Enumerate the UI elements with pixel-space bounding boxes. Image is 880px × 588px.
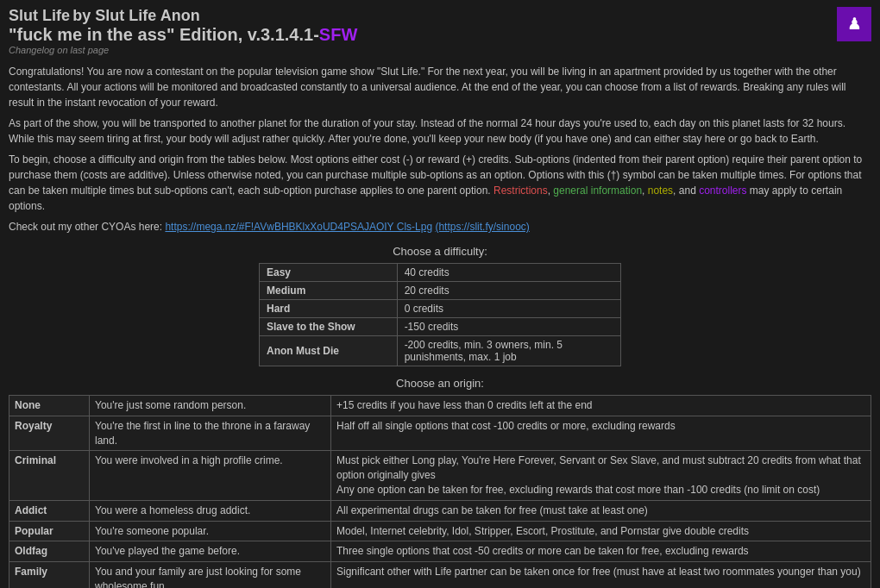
difficulty-label: Slave to the Show (260, 318, 398, 336)
app-container: Slut Life by Slut Life Anon "fuck me in … (9, 7, 871, 588)
origin-effect: Model, Internet celebrity, Idol, Strippe… (331, 521, 871, 541)
difficulty-table: Easy40 creditsMedium20 creditsHard0 cred… (259, 263, 621, 366)
origin-title: Choose an origin: (9, 377, 871, 390)
difficulty-row: Easy40 credits (260, 264, 621, 282)
difficulty-value: -150 credits (397, 318, 620, 336)
difficulty-label: Hard (260, 300, 398, 318)
check-text-line: Check out my other CYOAs here: https://m… (9, 219, 871, 235)
difficulty-row: Medium20 credits (260, 282, 621, 300)
difficulty-value: -200 credits, min. 3 owners, min. 5 puni… (397, 336, 620, 366)
intro-text: Congratulations! You are now a contestan… (9, 64, 871, 235)
app-title-text: Slut Life (9, 7, 70, 24)
intro-para3-mid2: , (642, 185, 648, 197)
origin-row: NoneYou're just some random person.+15 c… (9, 396, 871, 416)
edition-title: "fuck me in the ass" Edition, v.3.1.4.1-… (9, 25, 357, 45)
origin-desc: You're just some random person. (90, 396, 331, 416)
origin-effect: Three single options that cost -50 credi… (331, 541, 871, 562)
origin-label: Royalty (9, 416, 90, 451)
origin-row: AddictYou were a homeless drug addict.Al… (9, 500, 871, 521)
origin-effect: Significant other with Life partner can … (331, 562, 871, 588)
check-link1[interactable]: https://mega.nz/#F!AVwBHBKlxXoUD4PSAJAOI… (165, 221, 432, 233)
origin-desc: You're the first in line to the throne i… (90, 416, 331, 451)
changelog-text: Changelog on last page (9, 45, 357, 55)
origin-desc: You've played the game before. (90, 541, 331, 562)
origin-row: RoyaltyYou're the first in line to the t… (9, 416, 871, 451)
origin-row: OldfagYou've played the game before.Thre… (9, 541, 871, 562)
app-title: Slut Life by Slut Life Anon (9, 7, 357, 25)
notes-label: notes (648, 185, 673, 197)
origin-row: FamilyYou and your family are just looki… (9, 562, 871, 588)
origin-row: CriminalYou were involved in a high prof… (9, 451, 871, 500)
origin-label: Criminal (9, 451, 90, 500)
check-link2[interactable]: (https://slit.fy/sinooc) (435, 221, 529, 233)
origin-table: NoneYou're just some random person.+15 c… (9, 395, 871, 588)
difficulty-label: Medium (260, 282, 398, 300)
difficulty-label: Easy (260, 264, 398, 282)
intro-para3-mid3: , and (673, 185, 699, 197)
difficulty-row: Anon Must Die-200 credits, min. 3 owners… (260, 336, 621, 366)
origin-desc: You and your family are just looking for… (90, 562, 331, 588)
difficulty-title: Choose a difficulty: (9, 245, 871, 258)
origin-label: Popular (9, 521, 90, 541)
title-block: Slut Life by Slut Life Anon "fuck me in … (9, 7, 357, 55)
difficulty-label: Anon Must Die (260, 336, 398, 366)
intro-para3: To begin, choose a difficulty and origin… (9, 152, 871, 214)
intro-para1: Congratulations! You are now a contestan… (9, 64, 871, 110)
difficulty-value: 0 credits (397, 300, 620, 318)
origin-effect: Half off all single options that cost -1… (331, 416, 871, 451)
check-text: Check out my other CYOAs here: (9, 221, 165, 233)
origin-desc: You're someone popular. (90, 521, 331, 541)
by-line: by Slut Life Anon (72, 7, 199, 24)
controllers-label: controllers (699, 185, 746, 197)
origin-label: Family (9, 562, 90, 588)
origin-row: PopularYou're someone popular.Model, Int… (9, 521, 871, 541)
origin-label: None (9, 396, 90, 416)
sfw-label: SFW (319, 25, 357, 44)
origin-effect: Must pick either Long play, You're Here … (331, 451, 871, 500)
corner-icon: ♟ (837, 7, 871, 41)
general-info-label: general information (553, 185, 642, 197)
origin-label: Addict (9, 500, 90, 521)
origin-effect: +15 credits if you have less than 0 cred… (331, 396, 871, 416)
difficulty-value: 20 credits (397, 282, 620, 300)
difficulty-row: Hard0 credits (260, 300, 621, 318)
origin-effect: All experimental drugs can be taken for … (331, 500, 871, 521)
difficulty-value: 40 credits (397, 264, 620, 282)
origin-desc: You were a homeless drug addict. (90, 500, 331, 521)
restrictions-label: Restrictions (493, 185, 548, 197)
origin-desc: You were involved in a high profile crim… (90, 451, 331, 500)
header: Slut Life by Slut Life Anon "fuck me in … (9, 7, 871, 55)
origin-label: Oldfag (9, 541, 90, 562)
intro-para2: As part of the show, you will be transpo… (9, 116, 871, 147)
difficulty-row: Slave to the Show-150 credits (260, 318, 621, 336)
edition-text: "fuck me in the ass" Edition, v.3.1.4.1- (9, 25, 319, 44)
